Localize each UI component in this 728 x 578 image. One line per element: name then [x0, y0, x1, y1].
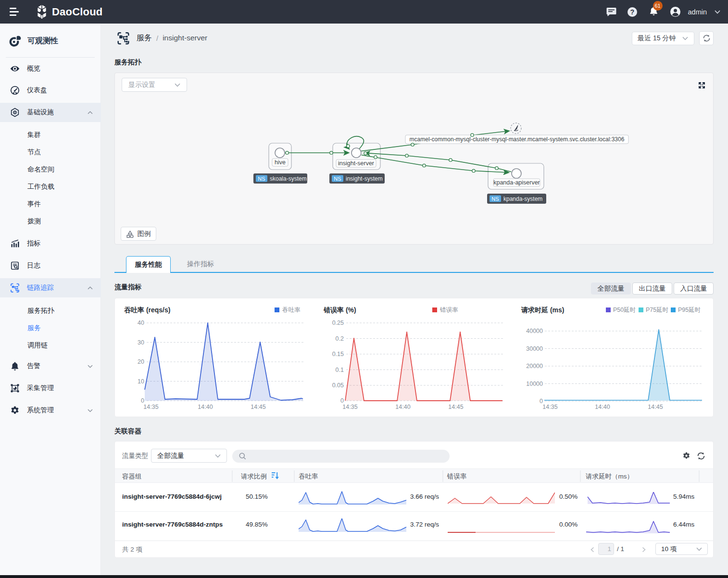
svg-text:P50延时: P50延时 [613, 307, 636, 313]
svg-text:kpanda-system: kpanda-system [503, 196, 542, 202]
svg-text:P95延时: P95延时 [678, 307, 701, 313]
svg-text:0.2: 0.2 [336, 335, 344, 342]
svg-text:P75延时: P75延时 [646, 307, 668, 313]
svg-text:20: 20 [138, 358, 144, 365]
svg-text:20000: 20000 [526, 363, 543, 369]
svg-text:0: 0 [141, 397, 144, 404]
svg-text:14:35: 14:35 [342, 404, 357, 410]
svg-text:0.25: 0.25 [332, 320, 344, 326]
svg-text:10: 10 [138, 378, 144, 385]
svg-text:容器组: 容器组 [122, 473, 142, 480]
svg-text:insight-system: insight-system [346, 175, 383, 182]
svg-text:错误率 (%): 错误率 (%) [323, 306, 356, 314]
svg-text:0.1: 0.1 [336, 367, 344, 373]
svg-text:mcamel-common-mysql-cluster-my: mcamel-common-mysql-cluster-mysql-master… [410, 136, 625, 143]
svg-text:14:40: 14:40 [595, 404, 610, 410]
svg-text:错误率: 错误率 [447, 473, 467, 480]
svg-text:请求延时（ms）: 请求延时（ms） [586, 473, 633, 480]
svg-text:14:35: 14:35 [542, 404, 557, 410]
svg-text:?: ? [630, 8, 634, 16]
svg-text:insight-server: insight-server [338, 160, 374, 167]
svg-text:14:40: 14:40 [395, 404, 410, 410]
svg-text:吞吐率 (reqs/s): 吞吐率 (reqs/s) [124, 306, 170, 314]
svg-text:14:45: 14:45 [448, 404, 463, 410]
svg-text:skoala-system: skoala-system [270, 175, 307, 182]
svg-text:14:45: 14:45 [251, 404, 265, 410]
svg-text:hive: hive [275, 159, 286, 166]
svg-text:0.05: 0.05 [332, 382, 344, 389]
svg-text:请求时延 (ms): 请求时延 (ms) [521, 306, 564, 314]
svg-text:错误率: 错误率 [439, 307, 458, 313]
svg-text:0.15: 0.15 [332, 351, 344, 357]
svg-text:14:45: 14:45 [648, 404, 663, 410]
svg-text:NS: NS [334, 176, 341, 182]
svg-text:NS: NS [491, 196, 499, 202]
svg-text:40000: 40000 [526, 328, 543, 334]
svg-text:0: 0 [340, 397, 344, 404]
svg-text:NS: NS [258, 176, 265, 182]
svg-text:30: 30 [138, 339, 144, 346]
svg-text:10000: 10000 [526, 381, 543, 387]
svg-text:请求比例: 请求比例 [241, 473, 267, 480]
svg-text:40: 40 [138, 320, 144, 326]
svg-text:14:35: 14:35 [143, 404, 158, 410]
svg-text:吞吐率: 吞吐率 [282, 307, 301, 313]
svg-text:14:40: 14:40 [198, 404, 213, 410]
svg-text:30000: 30000 [526, 345, 543, 352]
svg-text:kpanda-apiserver: kpanda-apiserver [493, 179, 540, 186]
svg-text:吞吐率: 吞吐率 [299, 473, 318, 480]
